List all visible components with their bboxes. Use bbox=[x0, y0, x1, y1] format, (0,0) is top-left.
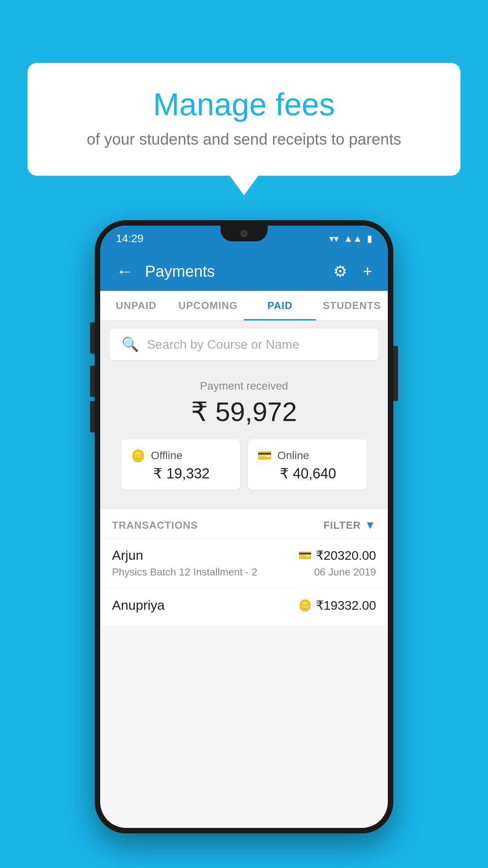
filter-label: FILTER bbox=[323, 519, 361, 531]
online-card: 💳 Online ₹ 40,640 bbox=[248, 439, 367, 490]
camera-dot bbox=[240, 230, 248, 237]
payment-amount: ₹ 59,972 bbox=[112, 396, 376, 427]
transactions-header: TRANSACTIONS FILTER ▼ bbox=[100, 509, 388, 538]
transaction-amount: ₹20320.00 bbox=[316, 548, 376, 563]
tab-students[interactable]: STUDENTS bbox=[316, 291, 388, 320]
speech-bubble-container: Manage fees of your students and send re… bbox=[28, 63, 460, 176]
search-input[interactable]: Search by Course or Name bbox=[147, 337, 299, 352]
speech-bubble: Manage fees of your students and send re… bbox=[28, 63, 460, 176]
status-icons: ▾▾ ▲▲ ▮ bbox=[329, 233, 372, 244]
tabs-container: UNPAID UPCOMING PAID STUDENTS bbox=[100, 291, 388, 321]
app-bar-title: Payments bbox=[145, 263, 321, 280]
transaction-course: Physics Batch 12 Installment - 2 bbox=[112, 566, 257, 578]
payment-received-label: Payment received bbox=[112, 380, 376, 392]
payment-summary: Payment received ₹ 59,972 🪙 Offline ₹ 19… bbox=[100, 368, 388, 509]
search-icon: 🔍 bbox=[121, 336, 139, 353]
app-bar: ← Payments ⚙ + bbox=[100, 252, 388, 291]
offline-card-header: 🪙 Offline bbox=[131, 449, 231, 462]
offline-icon: 🪙 bbox=[131, 449, 145, 462]
transaction-amount-wrap: 💳 ₹20320.00 bbox=[298, 548, 376, 563]
phone-container: 14:29 ▾▾ ▲▲ ▮ ← Payments ⚙ + bbox=[95, 220, 393, 833]
offline-card: 🪙 Offline ₹ 19,332 bbox=[121, 439, 240, 490]
phone-screen: 14:29 ▾▾ ▲▲ ▮ ← Payments ⚙ + bbox=[100, 226, 388, 828]
tab-upcoming[interactable]: UPCOMING bbox=[172, 291, 244, 320]
filter-button[interactable]: FILTER ▼ bbox=[323, 519, 376, 531]
transaction-top: Arjun 💳 ₹20320.00 bbox=[112, 548, 376, 563]
phone-outer: 14:29 ▾▾ ▲▲ ▮ ← Payments ⚙ + bbox=[95, 220, 393, 833]
online-amount: ₹ 40,640 bbox=[257, 465, 357, 482]
status-bar: 14:29 ▾▾ ▲▲ ▮ bbox=[100, 226, 388, 252]
transaction-name-2: Anupriya bbox=[112, 598, 165, 613]
online-payment-icon: 💳 bbox=[298, 549, 312, 562]
transaction-bottom: Physics Batch 12 Installment - 2 06 June… bbox=[112, 566, 376, 578]
notch bbox=[220, 226, 268, 241]
transaction-amount-wrap-2: 🪙 ₹19332.00 bbox=[298, 598, 376, 613]
online-label: Online bbox=[277, 449, 309, 462]
search-container: 🔍 Search by Course or Name bbox=[100, 321, 388, 368]
tab-unpaid[interactable]: UNPAID bbox=[100, 291, 172, 320]
gear-icon[interactable]: ⚙ bbox=[329, 258, 351, 284]
transactions-label: TRANSACTIONS bbox=[112, 519, 198, 531]
transaction-item[interactable]: Arjun 💳 ₹20320.00 Physics Batch 12 Insta… bbox=[100, 538, 388, 588]
online-icon: 💳 bbox=[257, 449, 272, 462]
transaction-item[interactable]: Anupriya 🪙 ₹19332.00 bbox=[100, 588, 388, 625]
tab-paid[interactable]: PAID bbox=[244, 291, 316, 320]
transaction-date: 06 June 2019 bbox=[314, 566, 376, 578]
offline-amount: ₹ 19,332 bbox=[131, 465, 231, 482]
app-bar-actions: ⚙ + bbox=[329, 258, 376, 284]
payment-cards: 🪙 Offline ₹ 19,332 💳 Online ₹ 40,640 bbox=[112, 439, 376, 502]
online-card-header: 💳 Online bbox=[257, 449, 357, 462]
signal-icon: ▲▲ bbox=[343, 233, 362, 244]
offline-label: Offline bbox=[151, 449, 182, 462]
plus-icon[interactable]: + bbox=[359, 259, 376, 284]
battery-icon: ▮ bbox=[367, 233, 372, 244]
offline-payment-icon: 🪙 bbox=[298, 599, 312, 612]
filter-icon: ▼ bbox=[365, 519, 376, 531]
transaction-amount-2: ₹19332.00 bbox=[316, 598, 376, 613]
speech-bubble-subtitle: of your students and send receipts to pa… bbox=[59, 131, 429, 148]
search-bar[interactable]: 🔍 Search by Course or Name bbox=[110, 329, 378, 360]
wifi-icon: ▾▾ bbox=[329, 233, 339, 244]
speech-bubble-title: Manage fees bbox=[59, 86, 429, 123]
back-button[interactable]: ← bbox=[112, 257, 137, 285]
status-time: 14:29 bbox=[116, 232, 143, 245]
transaction-name: Arjun bbox=[112, 548, 143, 563]
transaction-top-2: Anupriya 🪙 ₹19332.00 bbox=[112, 598, 376, 613]
